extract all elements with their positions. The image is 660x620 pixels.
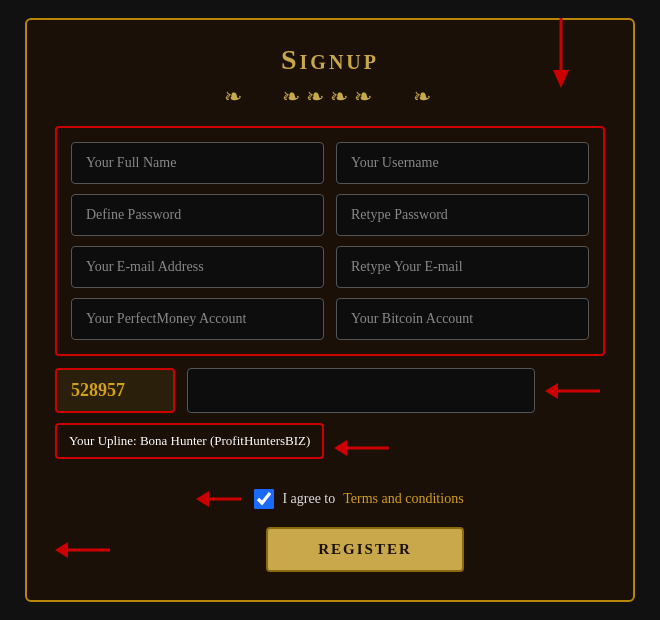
register-arrow-icon <box>55 538 115 562</box>
signup-card: Signup ❧ ❧❧❧❧ ❧ <box>25 18 635 602</box>
terms-link[interactable]: Terms and conditions <box>343 491 463 507</box>
captcha-display: 528957 <box>55 368 175 413</box>
agree-row: I agree to Terms and conditions <box>55 487 605 511</box>
divider-ornament: ❧ ❧❧❧❧ ❧ <box>55 84 605 110</box>
retype-password-input[interactable] <box>336 194 589 236</box>
password-input[interactable] <box>71 194 324 236</box>
bitcoin-input[interactable] <box>336 298 589 340</box>
agree-checkbox[interactable] <box>254 489 274 509</box>
agree-text: I agree to <box>282 491 335 507</box>
captcha-arrow-icon <box>545 379 605 403</box>
payment-row <box>71 298 589 340</box>
upline-box: Your Upline: Bona Hunter (ProfitHuntersB… <box>55 423 324 459</box>
captcha-value: 528957 <box>71 380 125 401</box>
form-section <box>55 126 605 356</box>
perfectmoney-input[interactable] <box>71 298 324 340</box>
checkbox-arrow-icon <box>196 487 246 511</box>
svg-marker-9 <box>55 542 68 558</box>
email-input[interactable] <box>71 246 324 288</box>
email-row <box>71 246 589 288</box>
top-arrow-icon <box>549 18 573 88</box>
svg-marker-7 <box>196 491 209 507</box>
captcha-input[interactable] <box>187 368 535 413</box>
svg-marker-1 <box>553 70 569 88</box>
upline-label: Your Upline: Bona Hunter (ProfitHuntersB… <box>69 433 310 448</box>
svg-marker-5 <box>334 440 347 456</box>
page-title: Signup <box>55 44 605 76</box>
username-input[interactable] <box>336 142 589 184</box>
page-wrapper: Signup ❧ ❧❧❧❧ ❧ <box>0 0 660 620</box>
svg-marker-3 <box>545 383 558 399</box>
register-button[interactable]: REGISTER <box>266 527 464 572</box>
full-name-input[interactable] <box>71 142 324 184</box>
name-username-row <box>71 142 589 184</box>
upline-arrow-icon <box>334 436 394 460</box>
password-row <box>71 194 589 236</box>
retype-email-input[interactable] <box>336 246 589 288</box>
